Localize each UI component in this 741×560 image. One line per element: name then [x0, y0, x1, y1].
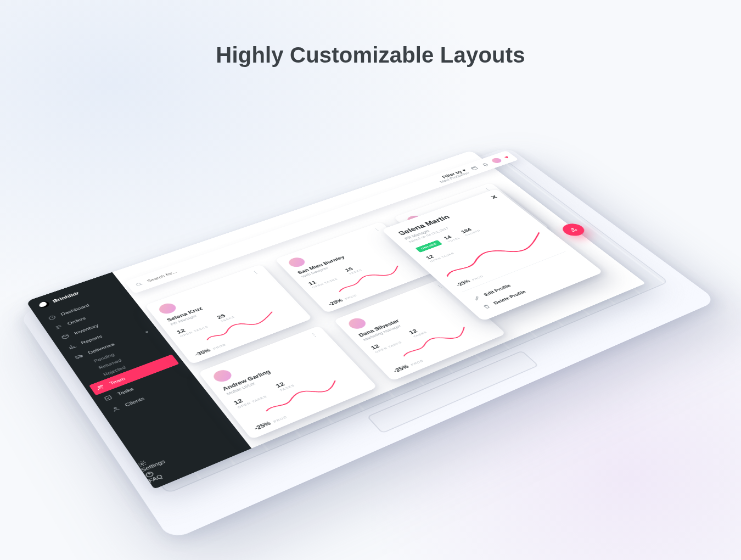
- sidebar-item-team[interactable]: Team: [89, 354, 179, 395]
- avatar: [346, 316, 369, 331]
- user-avatar[interactable]: [490, 157, 503, 164]
- avatar: [211, 368, 234, 384]
- sidebar-item-label: Reports: [80, 334, 103, 345]
- member-role: Mobile UI/UX: [226, 350, 335, 396]
- user-menu-chevron-icon[interactable]: ▾: [502, 155, 510, 160]
- sidebar-sub-pending[interactable]: Pending: [70, 333, 165, 372]
- delta-pct: -25%: [392, 363, 410, 373]
- svg-point-8: [141, 463, 143, 465]
- more-icon[interactable]: ⋮: [308, 331, 321, 339]
- svg-point-10: [136, 283, 141, 286]
- svg-rect-6: [104, 395, 111, 400]
- laptop-base: Brinhildr Dashboard Orders Inventory: [19, 147, 717, 541]
- sidebar-sub-returned[interactable]: Returned: [75, 340, 171, 379]
- stat-tasks: 12: [274, 378, 293, 389]
- hero-title: Highly Customizable Layouts: [0, 43, 741, 68]
- sidebar-item-tasks[interactable]: Tasks: [92, 363, 192, 408]
- member-name: Andrew Garling: [221, 345, 332, 391]
- stat-label: OPEN TASKS: [237, 395, 268, 408]
- sidebar-sub-rejected[interactable]: Rejected: [80, 346, 175, 387]
- users-icon: [95, 383, 106, 391]
- sidebar-item-faq[interactable]: FAQ: [144, 434, 248, 484]
- sidebar-item-label: Settings: [140, 458, 166, 473]
- brand-logo-icon: [38, 300, 51, 309]
- more-icon[interactable]: ⋮: [372, 226, 383, 232]
- gear-icon: [136, 424, 236, 473]
- stat-open-tasks: 12: [232, 389, 265, 406]
- help-icon: [144, 434, 244, 484]
- share-icon: [567, 226, 580, 233]
- trash-icon: [481, 303, 492, 310]
- chart-icon: [67, 343, 77, 350]
- avatar: [156, 301, 178, 316]
- svg-point-0: [48, 315, 56, 320]
- delta-label: PROD: [212, 343, 227, 350]
- svg-point-4: [98, 386, 100, 388]
- sidebar-bottom: Settings FAQ: [136, 424, 248, 484]
- person-icon: [110, 405, 121, 413]
- gauge-icon: [47, 315, 58, 321]
- bell-icon[interactable]: [480, 162, 490, 167]
- sidebar-item-label: Tasks: [116, 387, 134, 396]
- more-icon[interactable]: ⋮: [250, 269, 262, 276]
- stat-label: TASKS: [279, 384, 296, 392]
- avatar: [286, 256, 307, 268]
- svg-rect-1: [75, 355, 80, 359]
- sidebar-item-label: Clients: [124, 396, 145, 407]
- delta-label: PROD: [471, 275, 484, 281]
- sparkline: [242, 369, 360, 424]
- search-icon: [134, 281, 144, 287]
- svg-point-2: [77, 357, 78, 359]
- sidebar-item-label: FAQ: [147, 474, 163, 484]
- delta-pct: -35%: [194, 348, 212, 357]
- sidebar-item-clients[interactable]: Clients: [99, 373, 200, 419]
- svg-point-5: [100, 385, 103, 387]
- pencil-icon: [471, 295, 482, 301]
- sidebar-item-label: Team: [109, 376, 126, 385]
- chevron-down-icon: ▾: [144, 329, 150, 334]
- trackpad: [367, 350, 539, 433]
- check-icon: [103, 394, 114, 402]
- isometric-stage: Brinhildr Dashboard Orders Inventory: [19, 147, 717, 541]
- delta-pct: -25%: [253, 420, 272, 431]
- calendar-icon[interactable]: [469, 165, 480, 171]
- delta-label: PROD: [344, 294, 357, 300]
- delta-label: PROD: [273, 416, 288, 423]
- svg-point-9: [145, 471, 154, 478]
- brand-name: Brinhildr: [52, 291, 80, 304]
- truck-icon: [74, 353, 85, 360]
- sidebar-item-settings[interactable]: Settings: [136, 424, 239, 473]
- delta-label: PROD: [410, 359, 424, 366]
- list-icon: [53, 324, 64, 331]
- svg-point-3: [81, 356, 82, 357]
- sidebar-item-label: Deliveries: [87, 342, 116, 355]
- box-icon: [60, 333, 71, 340]
- svg-point-7: [114, 407, 116, 410]
